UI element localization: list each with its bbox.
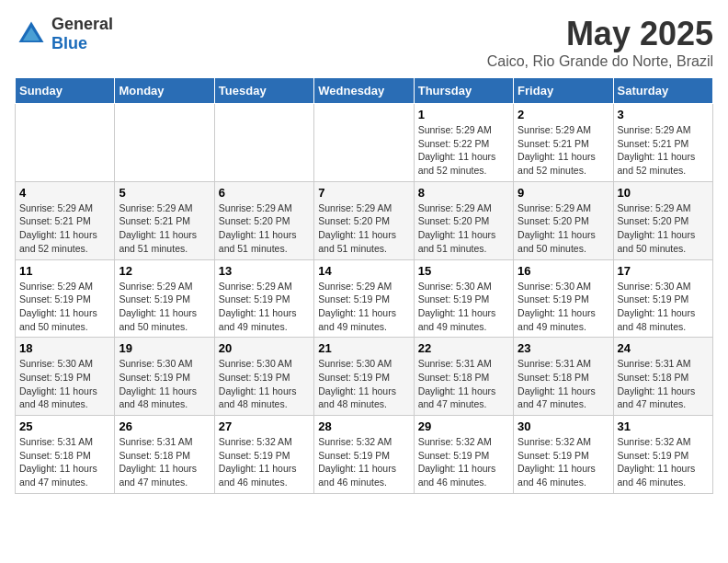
calendar-cell: 18Sunrise: 5:30 AM Sunset: 5:19 PM Dayli…	[16, 338, 115, 416]
col-saturday: Saturday	[613, 78, 712, 104]
col-monday: Monday	[115, 78, 214, 104]
logo-text-blue: Blue	[51, 34, 87, 52]
calendar-cell: 5Sunrise: 5:29 AM Sunset: 5:21 PM Daylig…	[115, 181, 214, 259]
calendar-cell: 20Sunrise: 5:30 AM Sunset: 5:19 PM Dayli…	[214, 338, 313, 416]
calendar-cell: 31Sunrise: 5:32 AM Sunset: 5:19 PM Dayli…	[613, 416, 712, 494]
day-number: 31	[618, 419, 709, 433]
calendar-cell: 11Sunrise: 5:29 AM Sunset: 5:19 PM Dayli…	[16, 259, 115, 338]
day-number: 23	[518, 341, 609, 355]
day-number: 27	[219, 419, 310, 433]
day-info: Sunrise: 5:32 AM Sunset: 5:19 PM Dayligh…	[318, 435, 409, 489]
day-number: 18	[19, 341, 110, 355]
day-number: 26	[119, 419, 210, 433]
day-info: Sunrise: 5:30 AM Sunset: 5:19 PM Dayligh…	[518, 280, 609, 334]
day-number: 2	[518, 108, 609, 121]
calendar-cell: 4Sunrise: 5:29 AM Sunset: 5:21 PM Daylig…	[16, 181, 115, 259]
day-info: Sunrise: 5:30 AM Sunset: 5:19 PM Dayligh…	[119, 357, 210, 411]
day-info: Sunrise: 5:30 AM Sunset: 5:19 PM Dayligh…	[418, 280, 509, 334]
calendar-cell	[115, 104, 214, 182]
calendar-cell: 14Sunrise: 5:29 AM Sunset: 5:19 PM Dayli…	[314, 259, 414, 338]
calendar-cell: 17Sunrise: 5:30 AM Sunset: 5:19 PM Dayli…	[613, 259, 712, 338]
col-friday: Friday	[514, 78, 613, 104]
calendar-week-row: 11Sunrise: 5:29 AM Sunset: 5:19 PM Dayli…	[16, 259, 713, 338]
col-wednesday: Wednesday	[314, 78, 414, 104]
location-title: Caico, Rio Grande do Norte, Brazil	[487, 53, 713, 70]
day-info: Sunrise: 5:29 AM Sunset: 5:20 PM Dayligh…	[318, 201, 409, 256]
calendar-cell: 21Sunrise: 5:30 AM Sunset: 5:19 PM Dayli…	[314, 338, 414, 416]
day-info: Sunrise: 5:30 AM Sunset: 5:19 PM Dayligh…	[318, 357, 409, 411]
day-number: 9	[518, 186, 609, 200]
calendar-cell: 6Sunrise: 5:29 AM Sunset: 5:20 PM Daylig…	[214, 181, 313, 259]
day-number: 3	[618, 108, 709, 121]
logo-icon	[15, 17, 48, 51]
logo: General Blue	[15, 15, 113, 53]
day-number: 21	[318, 341, 409, 355]
calendar-cell: 2Sunrise: 5:29 AM Sunset: 5:21 PM Daylig…	[514, 104, 613, 182]
day-number: 11	[19, 264, 110, 278]
month-title: May 2025	[487, 15, 713, 53]
day-info: Sunrise: 5:30 AM Sunset: 5:19 PM Dayligh…	[19, 357, 110, 411]
calendar-cell	[214, 104, 313, 182]
day-number: 19	[119, 341, 210, 355]
day-info: Sunrise: 5:32 AM Sunset: 5:19 PM Dayligh…	[219, 435, 310, 489]
day-number: 20	[219, 341, 310, 355]
calendar-week-row: 18Sunrise: 5:30 AM Sunset: 5:19 PM Dayli…	[16, 338, 713, 416]
day-info: Sunrise: 5:29 AM Sunset: 5:19 PM Dayligh…	[219, 280, 310, 334]
day-number: 28	[318, 419, 409, 433]
calendar-cell: 3Sunrise: 5:29 AM Sunset: 5:21 PM Daylig…	[613, 104, 712, 182]
calendar-cell	[314, 104, 414, 182]
calendar-cell: 10Sunrise: 5:29 AM Sunset: 5:20 PM Dayli…	[613, 181, 712, 259]
page-header: General Blue May 2025 Caico, Rio Grande …	[15, 15, 713, 70]
day-info: Sunrise: 5:32 AM Sunset: 5:19 PM Dayligh…	[618, 435, 709, 489]
day-number: 15	[418, 264, 509, 278]
day-info: Sunrise: 5:29 AM Sunset: 5:20 PM Dayligh…	[418, 201, 509, 256]
title-area: May 2025 Caico, Rio Grande do Norte, Bra…	[487, 15, 713, 70]
day-number: 4	[19, 186, 110, 200]
day-number: 16	[518, 264, 609, 278]
day-number: 5	[119, 186, 210, 200]
calendar-cell: 8Sunrise: 5:29 AM Sunset: 5:20 PM Daylig…	[414, 181, 513, 259]
day-info: Sunrise: 5:29 AM Sunset: 5:22 PM Dayligh…	[418, 123, 509, 178]
col-tuesday: Tuesday	[214, 78, 313, 104]
day-info: Sunrise: 5:29 AM Sunset: 5:21 PM Dayligh…	[618, 123, 709, 178]
day-number: 1	[418, 108, 509, 121]
day-info: Sunrise: 5:30 AM Sunset: 5:19 PM Dayligh…	[219, 357, 310, 411]
day-number: 13	[219, 264, 310, 278]
day-info: Sunrise: 5:29 AM Sunset: 5:20 PM Dayligh…	[219, 201, 310, 256]
day-info: Sunrise: 5:29 AM Sunset: 5:21 PM Dayligh…	[19, 201, 110, 256]
day-info: Sunrise: 5:31 AM Sunset: 5:18 PM Dayligh…	[618, 357, 709, 411]
col-thursday: Thursday	[414, 78, 513, 104]
day-info: Sunrise: 5:31 AM Sunset: 5:18 PM Dayligh…	[119, 435, 210, 489]
day-info: Sunrise: 5:31 AM Sunset: 5:18 PM Dayligh…	[518, 357, 609, 411]
day-number: 30	[518, 419, 609, 433]
calendar-cell: 24Sunrise: 5:31 AM Sunset: 5:18 PM Dayli…	[613, 338, 712, 416]
day-number: 7	[318, 186, 409, 200]
day-info: Sunrise: 5:29 AM Sunset: 5:21 PM Dayligh…	[518, 123, 609, 178]
calendar-cell: 29Sunrise: 5:32 AM Sunset: 5:19 PM Dayli…	[414, 416, 513, 494]
calendar-cell: 30Sunrise: 5:32 AM Sunset: 5:19 PM Dayli…	[514, 416, 613, 494]
day-number: 10	[618, 186, 709, 200]
day-info: Sunrise: 5:32 AM Sunset: 5:19 PM Dayligh…	[418, 435, 509, 489]
calendar-cell: 12Sunrise: 5:29 AM Sunset: 5:19 PM Dayli…	[115, 259, 214, 338]
calendar-cell: 16Sunrise: 5:30 AM Sunset: 5:19 PM Dayli…	[514, 259, 613, 338]
calendar-week-row: 1Sunrise: 5:29 AM Sunset: 5:22 PM Daylig…	[16, 104, 713, 182]
day-number: 8	[418, 186, 509, 200]
calendar-cell: 23Sunrise: 5:31 AM Sunset: 5:18 PM Dayli…	[514, 338, 613, 416]
day-number: 22	[418, 341, 509, 355]
calendar-cell: 22Sunrise: 5:31 AM Sunset: 5:18 PM Dayli…	[414, 338, 513, 416]
day-info: Sunrise: 5:29 AM Sunset: 5:19 PM Dayligh…	[318, 280, 409, 334]
day-number: 12	[119, 264, 210, 278]
day-info: Sunrise: 5:29 AM Sunset: 5:21 PM Dayligh…	[119, 201, 210, 256]
day-info: Sunrise: 5:32 AM Sunset: 5:19 PM Dayligh…	[518, 435, 609, 489]
day-info: Sunrise: 5:29 AM Sunset: 5:19 PM Dayligh…	[19, 280, 110, 334]
day-number: 14	[318, 264, 409, 278]
calendar-cell: 19Sunrise: 5:30 AM Sunset: 5:19 PM Dayli…	[115, 338, 214, 416]
day-info: Sunrise: 5:31 AM Sunset: 5:18 PM Dayligh…	[19, 435, 110, 489]
calendar-header-row: Sunday Monday Tuesday Wednesday Thursday…	[16, 78, 713, 104]
logo-text-general: General	[51, 15, 113, 33]
day-info: Sunrise: 5:30 AM Sunset: 5:19 PM Dayligh…	[618, 280, 709, 334]
calendar-cell: 27Sunrise: 5:32 AM Sunset: 5:19 PM Dayli…	[214, 416, 313, 494]
calendar-cell: 13Sunrise: 5:29 AM Sunset: 5:19 PM Dayli…	[214, 259, 313, 338]
col-sunday: Sunday	[16, 78, 115, 104]
calendar-cell: 25Sunrise: 5:31 AM Sunset: 5:18 PM Dayli…	[16, 416, 115, 494]
